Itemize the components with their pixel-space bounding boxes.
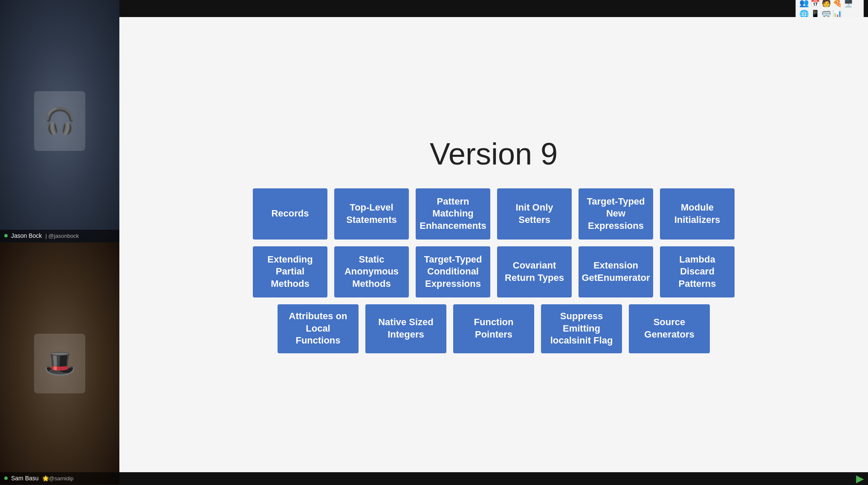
toolbar-icon-person[interactable]: 🧑 bbox=[822, 0, 831, 8]
webcam-person2: 🎩 Sam Basu 🌟@samidip bbox=[0, 242, 119, 485]
person1-handle: | @jasonbock bbox=[45, 233, 79, 239]
webcam-person1: 🎧 Jason Bock | @jasonbock bbox=[0, 0, 119, 242]
person1-name: Jason Bock bbox=[11, 232, 42, 239]
bottom-bar: ▶ bbox=[119, 472, 868, 485]
tile-suppress-localsinit[interactable]: SuppressEmittinglocalsinit Flag bbox=[541, 304, 622, 353]
person2-handle: 🌟@samidip bbox=[42, 475, 74, 482]
slide-title: Version 9 bbox=[430, 136, 558, 171]
feature-grid: Records Top-LevelStatements PatternMatch… bbox=[136, 188, 851, 353]
active-indicator-2 bbox=[4, 476, 8, 480]
name-badge-person1: Jason Bock | @jasonbock bbox=[0, 230, 119, 242]
active-indicator-1 bbox=[4, 234, 8, 237]
grid-row-3: Attributes onLocal Functions Native Size… bbox=[278, 304, 710, 353]
name-badge-person2: Sam Basu 🌟@samidip bbox=[0, 472, 119, 484]
tile-target-typed-new[interactable]: Target-TypedNewExpressions bbox=[579, 188, 653, 240]
brand-logo: ▶ bbox=[856, 473, 864, 485]
toolbar-icon-calendar[interactable]: 📅 bbox=[810, 0, 820, 8]
tile-source-generators[interactable]: SourceGenerators bbox=[629, 304, 710, 353]
toolbar-icon-device[interactable]: 🖥️ bbox=[844, 0, 853, 8]
tile-function-pointers[interactable]: FunctionPointers bbox=[453, 304, 534, 353]
tile-lambda-discard-patterns[interactable]: LambdaDiscardPatterns bbox=[660, 246, 735, 297]
tile-covariant-return-types[interactable]: CovariantReturn Types bbox=[497, 246, 572, 297]
tile-attributes-local-functions[interactable]: Attributes onLocal Functions bbox=[278, 304, 359, 353]
tile-static-anonymous-methods[interactable]: StaticAnonymousMethods bbox=[334, 246, 409, 297]
avatar-person1: 🎧 bbox=[34, 91, 85, 151]
grid-row-2: ExtendingPartialMethods StaticAnonymousM… bbox=[253, 246, 735, 297]
avatar-person2: 🎩 bbox=[34, 334, 85, 393]
tile-extension-getenumerator[interactable]: ExtensionGetEnumerator bbox=[579, 246, 653, 297]
main-area: 👥 📅 🧑 🍕 🖥️ 🌐 📱 🥽 📊 Version 9 Records Top… bbox=[119, 0, 868, 485]
grid-row-1: Records Top-LevelStatements PatternMatch… bbox=[253, 188, 735, 240]
tile-init-only-setters[interactable]: Init OnlySetters bbox=[497, 188, 572, 240]
tile-pattern-matching[interactable]: PatternMatchingEnhancements bbox=[416, 188, 490, 240]
toolbar-icon-pizza[interactable]: 🍕 bbox=[833, 0, 842, 8]
toolbar-icon-group[interactable]: 👥 bbox=[799, 0, 809, 8]
slide-area: Version 9 Records Top-LevelStatements Pa… bbox=[119, 17, 868, 472]
tile-extending-partial-methods[interactable]: ExtendingPartialMethods bbox=[253, 246, 327, 297]
left-panel: 🎧 Jason Bock | @jasonbock 🎩 Sam Basu 🌟@s… bbox=[0, 0, 119, 485]
tile-module-initializers[interactable]: ModuleInitializers bbox=[660, 188, 735, 240]
tile-target-typed-conditional[interactable]: Target-TypedConditionalExpressions bbox=[416, 246, 490, 297]
person2-name: Sam Basu bbox=[11, 475, 39, 482]
tile-top-level-statements[interactable]: Top-LevelStatements bbox=[334, 188, 409, 240]
tile-records[interactable]: Records bbox=[253, 188, 327, 240]
top-bar: 👥 📅 🧑 🍕 🖥️ 🌐 📱 🥽 📊 bbox=[119, 0, 868, 17]
tile-native-sized-integers[interactable]: Native SizedIntegers bbox=[365, 304, 446, 353]
